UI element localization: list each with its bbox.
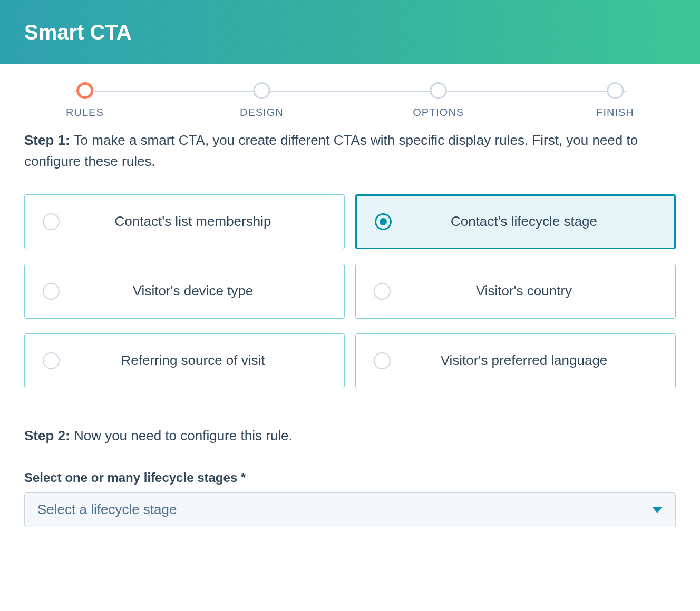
stepper-line xyxy=(74,91,626,92)
step2-prefix: Step 2: xyxy=(24,428,70,444)
option-visitor-device-type[interactable]: Visitor's device type xyxy=(24,264,345,319)
option-visitor-country[interactable]: Visitor's country xyxy=(355,264,676,319)
radio-icon xyxy=(374,352,391,369)
step-rules[interactable]: RULES xyxy=(66,82,104,119)
select-placeholder: Select a lifecycle stage xyxy=(37,501,177,518)
step-design[interactable]: DESIGN xyxy=(240,82,284,119)
step-circle-icon xyxy=(430,82,447,99)
step1-instructions: Step 1: To make a smart CTA, you create … xyxy=(24,130,676,172)
radio-icon xyxy=(43,213,60,230)
option-contact-list-membership[interactable]: Contact's list membership xyxy=(24,194,345,249)
option-label: Visitor's preferred language xyxy=(391,352,657,369)
step1-text: To make a smart CTA, you create differen… xyxy=(24,132,638,169)
option-label: Visitor's device type xyxy=(60,283,326,299)
option-label: Contact's lifecycle stage xyxy=(392,213,656,230)
option-label: Referring source of visit xyxy=(60,352,326,369)
step2-text: Now you need to configure this rule. xyxy=(74,428,293,444)
lifecycle-select[interactable]: Select a lifecycle stage xyxy=(24,492,676,527)
step-options[interactable]: OPTIONS xyxy=(413,82,464,119)
step-circle-icon xyxy=(607,82,624,99)
radio-icon xyxy=(43,283,60,300)
stepper: RULES DESIGN OPTIONS FINISH xyxy=(0,64,700,103)
option-label: Contact's list membership xyxy=(60,213,326,230)
radio-icon xyxy=(374,283,391,300)
step1-prefix: Step 1: xyxy=(24,132,70,148)
radio-icon xyxy=(375,213,392,230)
lifecycle-select-label: Select one or many lifecycle stages * xyxy=(24,470,676,485)
rule-options-grid: Contact's list membership Contact's life… xyxy=(24,194,676,388)
step-circle-icon xyxy=(76,82,93,99)
option-label: Visitor's country xyxy=(391,283,657,299)
step-label: FINISH xyxy=(596,106,634,119)
header-bar: Smart CTA xyxy=(0,0,700,64)
option-referring-source[interactable]: Referring source of visit xyxy=(24,333,345,388)
step-label: DESIGN xyxy=(240,106,284,119)
step-circle-icon xyxy=(253,82,270,99)
option-visitor-preferred-language[interactable]: Visitor's preferred language xyxy=(355,333,676,388)
radio-icon xyxy=(43,352,60,369)
page-title: Smart CTA xyxy=(24,21,132,44)
step-label: OPTIONS xyxy=(413,106,464,119)
step-label: RULES xyxy=(66,106,104,119)
option-contact-lifecycle-stage[interactable]: Contact's lifecycle stage xyxy=(355,194,676,249)
chevron-down-icon xyxy=(652,507,663,513)
step-finish[interactable]: FINISH xyxy=(596,82,634,119)
step2-instructions: Step 2: Now you need to configure this r… xyxy=(24,425,676,446)
content-area: Step 1: To make a smart CTA, you create … xyxy=(0,103,700,527)
